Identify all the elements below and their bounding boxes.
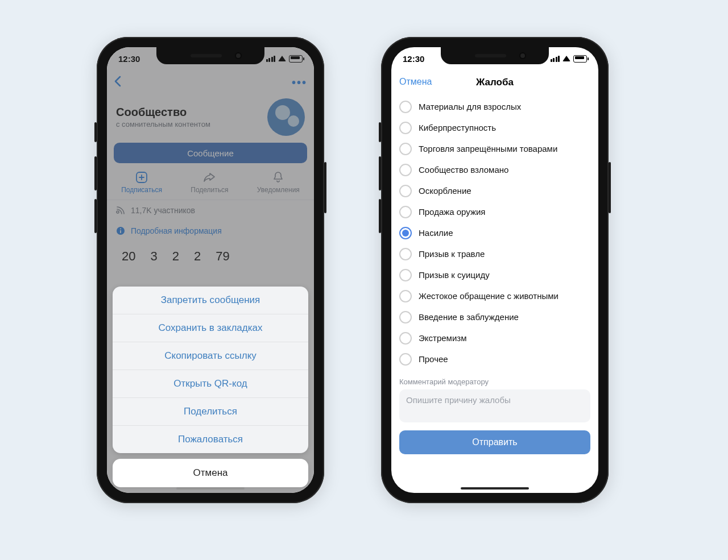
report-reason-label: Киберпреступность	[419, 123, 496, 132]
report-reason-label: Прочее	[419, 354, 448, 364]
radio-icon	[399, 332, 412, 345]
report-reasons-list: Материалы для взрослыхКиберпреступностьТ…	[391, 95, 598, 370]
comment-input[interactable]: Опишите причину жалобы	[399, 389, 590, 422]
wifi-icon	[562, 56, 570, 61]
report-reason-option[interactable]: Продажа оружия	[399, 201, 598, 222]
sheet-report[interactable]: Пожаловаться	[113, 425, 308, 453]
report-reason-option[interactable]: Призыв к суициду	[399, 264, 598, 285]
report-reason-option[interactable]: Материалы для взрослых	[399, 96, 598, 117]
send-button[interactable]: Отправить	[399, 430, 590, 454]
report-reason-label: Призыв к суициду	[419, 270, 490, 280]
radio-icon	[399, 248, 412, 260]
comment-label: Комментарий модератору	[391, 370, 598, 389]
report-reason-label: Продажа оружия	[419, 207, 486, 217]
radio-icon	[399, 290, 412, 302]
radio-icon	[399, 143, 412, 155]
cancel-button[interactable]: Отмена	[399, 77, 432, 87]
report-reason-label: Экстремизм	[419, 333, 466, 343]
radio-icon	[399, 269, 412, 281]
report-reason-option[interactable]: Призыв к травле	[399, 243, 598, 264]
radio-icon	[399, 185, 412, 197]
radio-icon	[399, 164, 412, 176]
sheet-block-messages[interactable]: Запретить сообщения	[113, 287, 308, 314]
report-reason-label: Введение в заблуждение	[419, 312, 519, 322]
sheet-share[interactable]: Поделиться	[113, 397, 308, 425]
phone-mock-left: 12:30 ••• Сообщ	[97, 37, 324, 503]
report-reason-label: Торговля запрещёнными товарами	[419, 144, 557, 154]
radio-icon	[399, 122, 412, 134]
home-indicator	[461, 487, 529, 490]
radio-icon	[399, 101, 412, 113]
report-header: Отмена Жалоба	[391, 70, 598, 95]
report-reason-option[interactable]: Оскорбление	[399, 180, 598, 201]
report-reason-label: Насилие	[419, 228, 453, 238]
battery-icon	[573, 55, 587, 63]
report-reason-label: Призыв к травле	[419, 249, 485, 259]
phone-mock-right: 12:30 Отмена Жалоба Материалы для взросл…	[381, 37, 609, 503]
sheet-cancel-button[interactable]: Отмена	[113, 459, 308, 487]
notch	[441, 47, 549, 64]
report-reason-option[interactable]: Прочее	[399, 349, 598, 370]
status-time: 12:30	[403, 54, 424, 64]
report-reason-label: Жестокое обращение с животными	[419, 291, 559, 301]
sheet-save-bookmark[interactable]: Сохранить в закладках	[113, 314, 308, 342]
sheet-copy-link[interactable]: Скопировать ссылку	[113, 342, 308, 370]
signal-icon	[551, 56, 560, 62]
report-reason-option[interactable]: Насилие	[399, 222, 598, 243]
report-reason-label: Сообщество взломано	[419, 165, 508, 175]
report-reason-option[interactable]: Киберпреступность	[399, 117, 598, 138]
report-reason-option[interactable]: Жестокое обращение с животными	[399, 285, 598, 306]
page-title: Жалоба	[476, 77, 514, 88]
report-reason-option[interactable]: Введение в заблуждение	[399, 306, 598, 327]
report-reason-label: Оскорбление	[419, 186, 471, 196]
comment-placeholder-text: Опишите причину жалобы	[406, 395, 511, 405]
sheet-open-qr[interactable]: Открыть QR-код	[113, 370, 308, 397]
radio-icon	[399, 227, 412, 239]
report-reason-option[interactable]: Экстремизм	[399, 327, 598, 349]
report-reason-option[interactable]: Сообщество взломано	[399, 159, 598, 180]
radio-icon	[399, 353, 412, 366]
report-reason-option[interactable]: Торговля запрещёнными товарами	[399, 138, 598, 159]
radio-icon	[399, 311, 412, 323]
action-sheet: Запретить сообщения Сохранить в закладка…	[113, 287, 308, 487]
notch	[156, 47, 264, 64]
report-reason-label: Материалы для взрослых	[419, 102, 521, 111]
radio-icon	[399, 206, 412, 218]
